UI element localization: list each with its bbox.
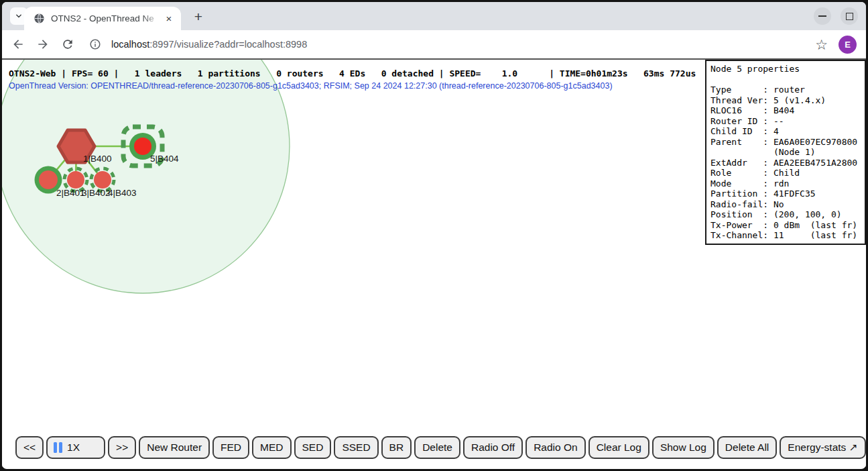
- tab-title: OTNS2 - OpenThread Ne: [51, 13, 162, 23]
- node3-label: 3|B402: [82, 188, 111, 198]
- forward-button[interactable]: [35, 36, 51, 52]
- br-button[interactable]: BR: [381, 436, 412, 459]
- tab-close-icon[interactable]: ×: [162, 12, 176, 25]
- forward-arrow-icon: [36, 38, 50, 51]
- new-router-button[interactable]: New Router: [139, 436, 210, 459]
- control-toolbar: << 1X >> New Router FED MED SED SSED BR …: [15, 436, 866, 459]
- network-canvas[interactable]: 1|B400 5|B404 2|B401 3|B402 4|B403: [2, 60, 705, 435]
- browser-tab[interactable]: OTNS2 - OpenThread Ne ×: [24, 7, 181, 30]
- node4-label: 4|B403: [108, 188, 137, 198]
- openthread-version-line[interactable]: OpenThread Version: OPENTHREAD/thread-re…: [9, 81, 613, 91]
- window-minimize-button[interactable]: [814, 7, 831, 25]
- speed-up-button[interactable]: >>: [108, 436, 136, 459]
- node5-label: 5|B404: [150, 154, 179, 164]
- url-path: :8997/visualize?addr=localhost:8998: [149, 39, 307, 50]
- pause-speed-button[interactable]: 1X: [46, 436, 105, 459]
- otns-canvas-area: 1|B400 5|B404 2|B401 3|B402 4|B403 OTNS2…: [2, 60, 866, 467]
- node2-label: 2|B401: [56, 188, 85, 198]
- info-icon: [89, 38, 101, 50]
- speed-down-button[interactable]: <<: [15, 436, 44, 459]
- energy-stats-button[interactable]: Energy-stats ↗: [780, 436, 865, 459]
- maximize-icon: [846, 13, 853, 20]
- fed-button[interactable]: FED: [212, 436, 249, 459]
- pause-icon: [54, 442, 62, 453]
- back-button[interactable]: [10, 36, 26, 52]
- status-bar: OTNS2-Web | FPS= 60 | 1 leaders 1 partit…: [9, 68, 696, 78]
- node-properties-title: Node 5 properties: [710, 64, 861, 74]
- delete-all-button[interactable]: Delete All: [717, 436, 777, 459]
- node1-label: 1|B400: [83, 154, 112, 164]
- ssed-button[interactable]: SSED: [334, 436, 378, 459]
- reload-button[interactable]: [60, 36, 76, 52]
- window-maximize-button[interactable]: [841, 7, 858, 25]
- node-properties-body: Type : router Thread Ver: 5 (v1.4.x) RLO…: [710, 74, 861, 241]
- browser-window: OTNS2 - OpenThread Ne × + localhost:8997…: [0, 0, 868, 471]
- globe-favicon-icon: [34, 13, 45, 24]
- radio-on-button[interactable]: Radio On: [525, 436, 585, 459]
- url-host: localhost: [111, 39, 149, 50]
- profile-avatar[interactable]: E: [839, 36, 857, 54]
- reload-icon: [61, 38, 74, 51]
- show-log-button[interactable]: Show Log: [652, 436, 715, 459]
- node-properties-panel: Node 5 properties Type : router Thread V…: [705, 60, 866, 245]
- bookmark-star-icon[interactable]: ☆: [815, 38, 828, 52]
- minimize-icon: [818, 15, 826, 17]
- clear-log-button[interactable]: Clear Log: [588, 436, 649, 459]
- delete-button[interactable]: Delete: [414, 436, 460, 459]
- tab-strip: OTNS2 - OpenThread Ne × +: [2, 2, 866, 30]
- med-button[interactable]: MED: [252, 436, 291, 459]
- new-tab-button[interactable]: +: [188, 7, 208, 27]
- sed-button[interactable]: SED: [294, 436, 332, 459]
- site-info-button[interactable]: [87, 36, 103, 52]
- address-toolbar: localhost:8997/visualize?addr=localhost:…: [2, 30, 866, 58]
- radio-off-button[interactable]: Radio Off: [463, 436, 523, 459]
- back-arrow-icon: [11, 38, 25, 51]
- speed-label: 1X: [67, 441, 80, 454]
- url-field[interactable]: localhost:8997/visualize?addr=localhost:…: [111, 39, 307, 50]
- chevron-down-icon: [14, 11, 23, 21]
